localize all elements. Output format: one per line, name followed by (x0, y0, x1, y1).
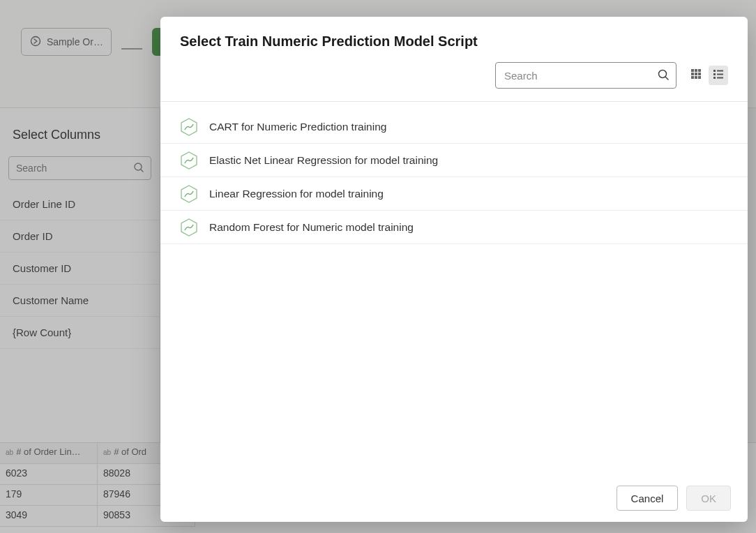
grid-icon (690, 68, 702, 82)
ok-button[interactable]: OK (686, 486, 731, 511)
script-item[interactable]: CART for Numeric Prediction training (160, 110, 748, 144)
svg-rect-13 (698, 73, 701, 75)
select-script-dialog: Select Train Numeric Prediction Model Sc… (160, 17, 748, 522)
script-item-label: CART for Numeric Prediction training (209, 121, 386, 133)
svg-rect-12 (695, 73, 697, 75)
script-search-input[interactable] (495, 62, 676, 89)
svg-rect-14 (691, 76, 694, 79)
cancel-button[interactable]: Cancel (617, 486, 679, 511)
svg-rect-22 (717, 77, 723, 79)
script-icon (180, 118, 198, 136)
svg-rect-8 (691, 69, 694, 72)
script-item-label: Elastic Net Linear Regression for model … (209, 154, 438, 167)
svg-rect-9 (695, 69, 697, 72)
svg-rect-19 (713, 73, 716, 75)
script-item[interactable]: Random Forest for Numeric model training (160, 211, 748, 244)
list-view-button[interactable] (709, 66, 728, 85)
grid-view-button[interactable] (686, 66, 706, 85)
svg-rect-16 (698, 76, 701, 79)
dialog-footer: Cancel OK (160, 474, 748, 522)
svg-rect-20 (717, 74, 723, 75)
script-item[interactable]: Linear Regression for model training (160, 177, 748, 211)
svg-rect-21 (713, 77, 716, 79)
dialog-header: Select Train Numeric Prediction Model Sc… (160, 17, 748, 62)
svg-rect-11 (691, 73, 694, 75)
script-list: CART for Numeric Prediction training Ela… (160, 102, 748, 474)
svg-line-7 (665, 77, 668, 80)
script-icon (180, 218, 198, 237)
view-toggle (686, 66, 728, 85)
script-icon (180, 185, 198, 203)
svg-rect-10 (698, 69, 701, 72)
dialog-toolbar (160, 62, 748, 102)
svg-rect-17 (713, 70, 716, 72)
script-item-label: Linear Regression for model training (209, 188, 384, 200)
search-icon (657, 68, 670, 81)
script-icon (180, 151, 198, 170)
svg-rect-18 (717, 70, 723, 72)
list-icon (713, 68, 724, 82)
svg-rect-15 (695, 76, 697, 79)
script-item-label: Random Forest for Numeric model training (209, 221, 414, 234)
dialog-title: Select Train Numeric Prediction Model Sc… (180, 33, 728, 50)
script-item[interactable]: Elastic Net Linear Regression for model … (160, 144, 748, 177)
